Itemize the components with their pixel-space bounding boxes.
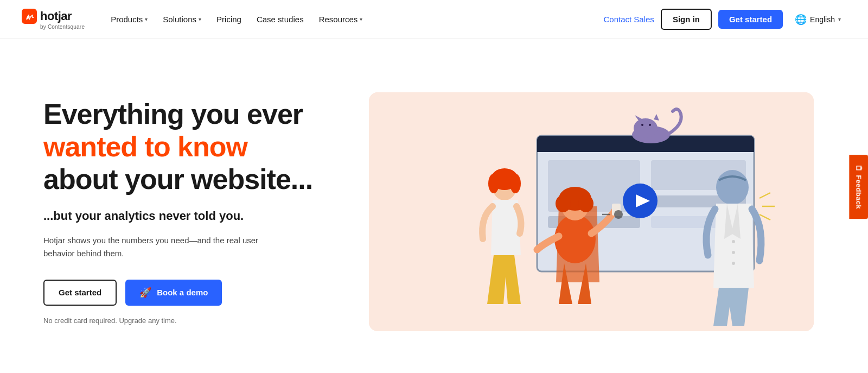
feedback-icon: 🗒	[855, 165, 863, 172]
nav-links: Products ▾ Solutions ▾ Pricing Case stud…	[104, 10, 603, 28]
nav-solutions[interactable]: Solutions ▾	[156, 10, 208, 28]
svg-point-26	[578, 195, 593, 212]
nav-pricing[interactable]: Pricing	[210, 10, 248, 28]
svg-point-17	[649, 124, 651, 126]
hero-section: Everything you ever wanted to know about…	[0, 39, 868, 373]
svg-point-30	[732, 251, 735, 254]
solutions-chevron-icon: ▾	[199, 16, 201, 22]
language-chevron-icon: ▾	[838, 16, 841, 22]
svg-rect-0	[22, 9, 37, 24]
rocket-icon: 🚀	[139, 287, 151, 299]
svg-point-31	[732, 262, 735, 265]
svg-point-28	[716, 170, 749, 205]
hero-illustration	[358, 92, 825, 331]
book-demo-button[interactable]: 🚀 Book a demo	[125, 280, 222, 306]
svg-rect-4	[537, 144, 754, 152]
logo-text: hotjar	[40, 9, 72, 23]
nav-actions: Contact Sales Sign in Get started 🌐 Engl…	[603, 9, 846, 30]
svg-point-20	[488, 174, 499, 193]
hero-content: Everything you ever wanted to know about…	[43, 98, 326, 324]
logo[interactable]: hotjar by Contentsquare	[22, 9, 85, 30]
language-label: English	[810, 15, 835, 24]
language-selector[interactable]: 🌐 English ▾	[789, 9, 846, 30]
svg-point-25	[556, 195, 571, 212]
nav-products[interactable]: Products ▾	[104, 10, 154, 28]
svg-point-21	[510, 174, 521, 193]
illustration-container	[369, 92, 814, 331]
svg-point-35	[614, 210, 623, 219]
sign-in-button[interactable]: Sign in	[661, 9, 712, 30]
logo-sub: by Contentsquare	[40, 24, 85, 30]
hero-subheading: ...but your analytics never told you.	[43, 209, 326, 223]
get-started-hero-button[interactable]: Get started	[43, 280, 117, 306]
svg-point-16	[641, 124, 643, 126]
feedback-label: Feedback	[855, 175, 863, 208]
svg-point-13	[634, 118, 658, 138]
contact-sales-link[interactable]: Contact Sales	[603, 15, 654, 24]
globe-icon: 🌐	[795, 14, 807, 26]
resources-chevron-icon: ▾	[360, 16, 362, 22]
nav-case-studies[interactable]: Case studies	[250, 10, 310, 28]
get-started-nav-button[interactable]: Get started	[718, 10, 783, 29]
navbar: hotjar by Contentsquare Products ▾ Solut…	[0, 0, 868, 39]
hero-heading: Everything you ever wanted to know about…	[43, 98, 326, 195]
hero-description: Hotjar shows you the numbers you need—an…	[43, 234, 271, 260]
nav-resources[interactable]: Resources ▾	[312, 10, 369, 28]
hero-note: No credit card required. Upgrade any tim…	[43, 317, 326, 325]
hero-highlight: wanted to know	[43, 131, 247, 162]
hero-buttons: Get started 🚀 Book a demo	[43, 280, 326, 306]
feedback-tab[interactable]: 🗒 Feedback	[850, 155, 868, 219]
products-chevron-icon: ▾	[145, 16, 148, 22]
hero-illustration-svg	[369, 92, 814, 331]
svg-point-29	[732, 240, 735, 243]
hotjar-logo-icon	[22, 9, 37, 24]
